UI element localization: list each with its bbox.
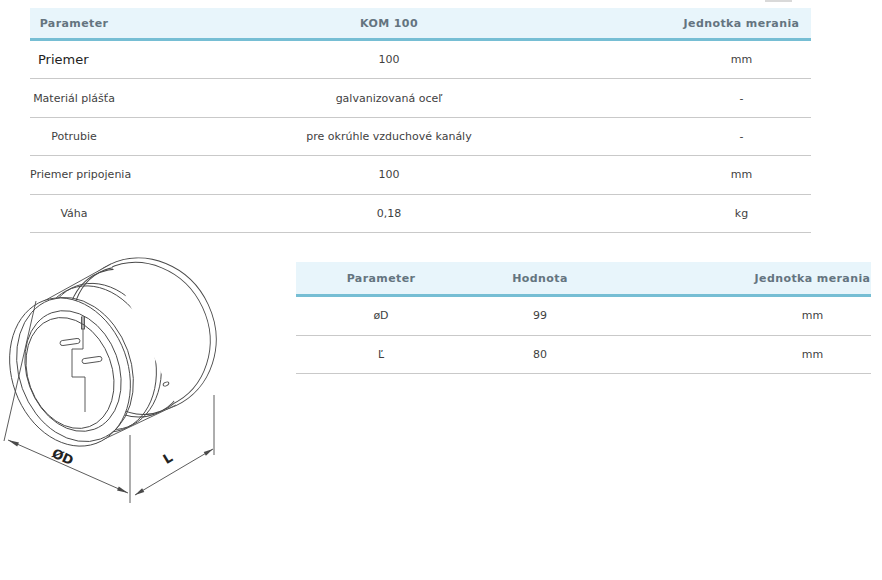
dim-header-value: Hodnota xyxy=(466,272,614,285)
arrowhead xyxy=(117,487,128,493)
spec-param: Váha xyxy=(30,207,118,220)
table-row: Váha 0,18 kg xyxy=(30,195,811,233)
dim-line-length xyxy=(135,449,213,495)
spec-unit: - xyxy=(660,92,811,105)
spec-unit: kg xyxy=(660,207,811,220)
dim-label-length: L xyxy=(160,450,175,467)
spec-value: pre okrúhle vzduchové kanály xyxy=(118,130,660,143)
spec-value: 0,18 xyxy=(118,207,660,220)
arrowhead xyxy=(204,449,213,456)
arrowhead xyxy=(135,488,144,495)
dim-header-parameter: Parameter xyxy=(296,272,466,285)
dim-value: 99 xyxy=(466,309,614,322)
spec-unit: - xyxy=(660,130,811,143)
duct-connector-technical-drawing: ØD L xyxy=(0,245,250,515)
spec-unit: mm xyxy=(660,53,811,66)
dim-param: Ľ xyxy=(296,348,466,361)
spec-value: 100 xyxy=(118,53,660,66)
spec-value: 100 xyxy=(118,168,660,181)
spec-unit: mm xyxy=(660,168,811,181)
spec-header-unit: Jednotka merania xyxy=(660,17,811,30)
dim-unit: mm xyxy=(614,348,871,361)
table-row: øD 99 mm xyxy=(296,297,871,336)
product-spec-table: Parameter KOM 100 Jednotka merania Priem… xyxy=(30,8,811,233)
table-row: Potrubie pre okrúhle vzduchové kanály - xyxy=(30,118,811,156)
dim-header-unit: Jednotka merania xyxy=(614,272,871,285)
arrowhead xyxy=(8,440,19,446)
table-row: Ľ 80 mm xyxy=(296,336,871,375)
spec-header-model: KOM 100 xyxy=(118,17,660,30)
dim-label-diameter: ØD xyxy=(50,446,76,469)
dim-table-header-row: Parameter Hodnota Jednotka merania xyxy=(296,262,871,297)
table-row: Materiál plášťa galvanizovaná oceľ - xyxy=(30,79,811,117)
spec-header-parameter: Parameter xyxy=(30,17,118,30)
dim-unit: mm xyxy=(614,309,871,322)
spec-param: Materiál plášťa xyxy=(30,92,118,105)
dim-param: øD xyxy=(296,309,466,322)
dim-value: 80 xyxy=(466,348,614,361)
spec-param: Priemer xyxy=(30,52,118,67)
table-row: Priemer pripojenia 100 mm xyxy=(30,156,811,194)
dimensions-table: Parameter Hodnota Jednotka merania øD 99… xyxy=(296,262,871,374)
cropped-artifact xyxy=(765,0,792,2)
spec-table-header-row: Parameter KOM 100 Jednotka merania xyxy=(30,8,811,41)
table-row: Priemer 100 mm xyxy=(30,41,811,79)
spec-param: Priemer pripojenia xyxy=(30,168,118,181)
spec-param: Potrubie xyxy=(30,130,118,143)
spec-value: galvanizovaná oceľ xyxy=(118,92,660,105)
